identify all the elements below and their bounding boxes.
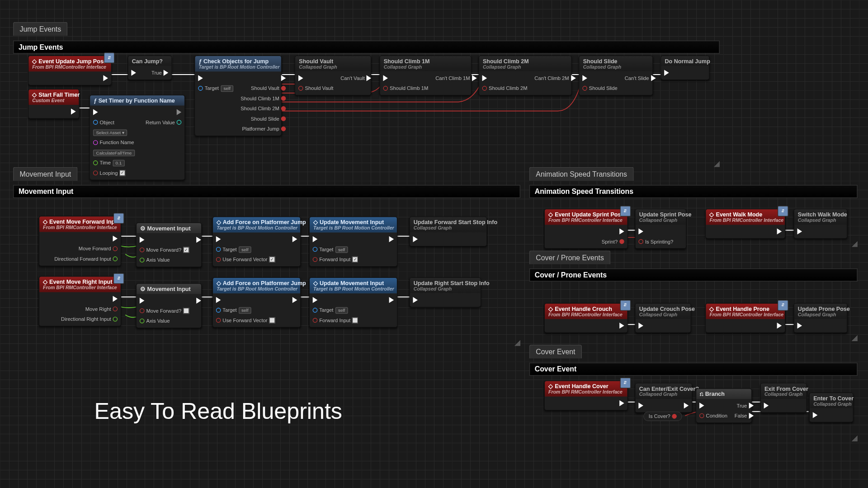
node-should-climb-1m[interactable]: Should Climb 1MCollapsed Graph Should Cl… [380,56,472,95]
section-header-movement-input: Movement Input [13,185,520,198]
node-check-objects-for-jump[interactable]: ƒ Check Objects for JumpTarget is BP Roo… [194,56,282,136]
interface-badge-icon: ⇵ [620,300,631,311]
node-movement-input-rt[interactable]: ⚙ Movement Input Move Forward? Axis Valu… [136,283,202,328]
resize-handle[interactable] [514,340,520,346]
node-update-rt-start-stop[interactable]: Update Right Start Stop InfoCollapsed Gr… [410,277,481,307]
tab-cover-prone[interactable]: Cover / Prone Events [529,250,611,264]
node-add-force-platformer-jump-fwd[interactable]: ◇ Add Force on Platformer JumpTarget is … [212,216,301,267]
resize-handle[interactable] [852,335,858,341]
interface-badge-icon: ⇵ [113,213,124,224]
node-update-sprint-pose[interactable]: Update Sprint PoseCollapsed Graph Is Spr… [635,209,686,249]
node-start-fall-timer[interactable]: ◇ Start Fall TimerCustom Event [28,89,80,119]
node-event-move-right-input[interactable]: ⇵ ◇ Event Move Right InputFrom BPI RMCon… [39,276,121,326]
exec-out-pin[interactable] [103,75,108,81]
caption-text: Easy To Read Blueprints [94,399,342,424]
node-add-force-platformer-jump-rt[interactable]: ◇ Add Force on Platformer JumpTarget is … [212,277,301,328]
node-event-handle-cover[interactable]: ⇵ ◇ Event Handle CoverFrom BPI RMControl… [544,380,628,410]
node-event-handle-prone[interactable]: ⇵ ◇ Event Handle ProneFrom BPI RMControl… [705,303,785,333]
tab-jump-events[interactable]: Jump Events [13,22,68,36]
section-header-jump-events: Jump Events [13,41,720,54]
node-set-timer-by-function-name[interactable]: ƒ Set Timer by Function Name Object Sele… [90,95,185,180]
node-update-movement-input-fwd[interactable]: ◇ Update Movement InputTarget is BP Root… [309,216,397,267]
node-can-jump[interactable]: Can Jump? True [127,56,172,80]
node-movement-input-fwd[interactable]: ⚙ Movement Input Move Forward?✓ Axis Val… [136,222,202,267]
node-should-slide[interactable]: Should SlideCollapsed Graph Should Slide… [579,56,653,95]
out-pin[interactable] [281,96,286,101]
interface-badge-icon: ⇵ [778,300,788,311]
interface-badge-icon: ⇵ [113,273,124,284]
resize-handle[interactable] [852,241,858,247]
out-pin[interactable] [281,86,286,91]
node-event-update-jump-pose[interactable]: ⇵ ◇ Event Update Jump PoseFrom BPI RMCon… [28,56,112,85]
tab-movement-input[interactable]: Movement Input [13,167,78,181]
tab-anim-speed[interactable]: Animation Speed Transitions [529,167,634,181]
resize-handle[interactable] [852,436,858,441]
exec-in-pin[interactable] [131,70,136,75]
section-header-cover-prone: Cover / Prone Events [529,268,858,282]
node-event-handle-crouch[interactable]: ⇵ ◇ Event Handle CrouchFrom BPI RMContro… [544,303,628,333]
target-pin[interactable] [198,86,203,91]
exec-out-pin[interactable] [164,70,169,75]
tab-cover-event[interactable]: Cover Event [529,345,582,358]
node-is-cover[interactable]: Is Cover? [643,412,682,421]
node-event-walk-mode[interactable]: ⇵ ◇ Event Walk ModeFrom BPI RMController… [705,209,785,239]
node-switch-walk-mode[interactable]: Switch Walk ModeCollapsed Graph [794,209,848,239]
interface-badge-icon: ⇵ [620,378,631,389]
node-branch[interactable]: ⎌ Branch Condition True False [696,388,752,423]
node-do-normal-jump[interactable]: Do Normal Jump [660,56,709,80]
out-pin[interactable] [281,127,286,131]
node-update-fwd-start-stop[interactable]: Update Forward Start Stop InfoCollapsed … [410,216,487,246]
interface-badge-icon: ⇵ [620,206,631,216]
resize-handle[interactable] [714,161,720,167]
node-update-prone-pose[interactable]: Update Prone PoseCollapsed Graph [794,303,848,333]
exec-in-pin[interactable] [198,75,203,81]
node-update-crouch-pose[interactable]: Update Crouch PoseCollapsed Graph [635,303,691,333]
node-exit-from-cover[interactable]: Exit From CoverCollapsed Graph [760,383,807,413]
interface-badge-icon: ⇵ [104,52,115,63]
exec-out-pin[interactable] [281,75,286,81]
out-pin[interactable] [281,106,286,111]
node-update-movement-input-rt[interactable]: ◇ Update Movement InputTarget is BP Root… [309,277,397,328]
section-header-cover-event: Cover Event [529,363,858,376]
node-should-climb-2m[interactable]: Should Climb 2MCollapsed Graph Should Cl… [479,56,572,95]
node-event-update-sprint-pose[interactable]: ⇵ ◇ Event Update Sprint PoseFrom BPI RMC… [544,209,628,249]
node-event-move-forward-input[interactable]: ⇵ ◇ Event Move Forward InputFrom BPI RMC… [39,216,121,266]
section-header-anim-speed: Animation Speed Transitions [529,185,858,198]
node-enter-to-cover[interactable]: Enter To CoverCollapsed Graph [809,393,854,422]
interface-badge-icon: ⇵ [778,206,788,216]
checkbox-icon[interactable]: ✓ [119,170,125,176]
node-should-vault[interactable]: Should VaultCollapsed Graph Should Vault… [295,56,371,95]
node-can-enter-exit-cover[interactable]: Can Enter/Exit Cover?Collapsed Graph [635,383,692,413]
out-pin[interactable] [281,116,286,121]
